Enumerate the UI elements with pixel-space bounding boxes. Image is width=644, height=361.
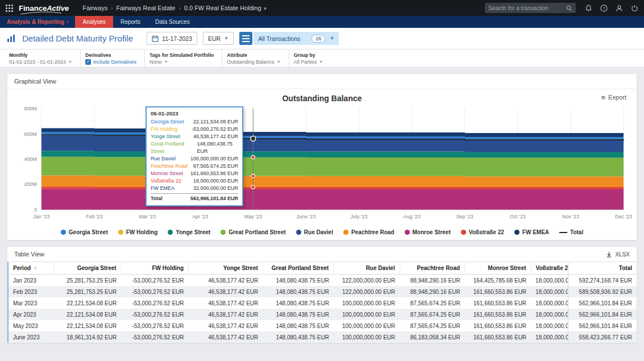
column-header-peachtree-road[interactable]: Peachtree Road xyxy=(400,262,464,275)
filter-value: Outstanding Balance xyxy=(227,59,275,65)
outstanding-balance-chart[interactable]: 0200M400M600M800MJan '23Feb '23Mar '23Ap… xyxy=(12,103,632,228)
filter-group-by[interactable]: Group by All Parties▼ xyxy=(289,49,331,67)
legend-item-yonge-street[interactable]: Yonge Street xyxy=(168,229,210,235)
power-icon[interactable] xyxy=(631,5,638,12)
svg-text:Dec '23: Dec '23 xyxy=(615,214,632,219)
table-row[interactable]: June 202318,961,314.92 EUR-53,000,276.52… xyxy=(9,331,637,343)
table-header-row: Period ↑Georgia StreetFW HoldingYonge St… xyxy=(9,262,637,275)
table-cell: 87,565,674.25 EUR xyxy=(400,297,464,309)
download-label: XLSX xyxy=(615,251,630,258)
tooltip-row: Total562,966,101.84 EUR xyxy=(151,193,238,202)
legend-line xyxy=(559,232,567,233)
filter-tags[interactable]: Tags for Simulated Portfolio None▼ xyxy=(145,49,222,67)
column-header-great-portland-street[interactable]: Great Portland Street xyxy=(263,262,334,275)
table-row[interactable]: Apr 202322,121,534.08 EUR-53,000,276.52 … xyxy=(9,309,637,320)
tab-data-sources[interactable]: Data Sources xyxy=(148,16,197,28)
transactions-filter-button[interactable]: All Transactions 26 ▼ xyxy=(254,32,339,45)
tooltip-row: Rue Daviel100,000,000.00 EUR xyxy=(151,155,238,163)
tooltip-row: FW Holding-53,000,276.52 EUR xyxy=(151,126,238,133)
area-great-portland-street xyxy=(41,157,624,177)
svg-text:July '23: July '23 xyxy=(350,214,367,219)
table-cell: 18,000,000.00 EUR xyxy=(531,320,568,331)
table-view-panel: Table View XLSX Period ↑Georgia StreetFW… xyxy=(7,246,637,343)
breadcrumb-item-fairways[interactable]: Fairways xyxy=(82,5,107,11)
tooltip-row: Peachtree Road87,565,674.25 EUR xyxy=(151,163,238,170)
legend-item-total[interactable]: Total xyxy=(559,229,583,235)
table-cell: 148,080,438.75 EUR xyxy=(263,297,334,309)
column-header-yonge-street[interactable]: Yonge Street xyxy=(189,262,263,275)
column-header-monroe-street[interactable]: Monroe Street xyxy=(465,262,531,275)
column-header-vossstrasse-22[interactable]: Voßstraße 22 xyxy=(531,262,568,275)
download-icon xyxy=(606,251,612,258)
column-header-period[interactable]: Period ↑ xyxy=(9,262,54,275)
legend-dot xyxy=(296,230,301,235)
graphical-view-panel: Graphical View Outstanding Balance ≡ Exp… xyxy=(7,73,637,240)
svg-text:Feb '23: Feb '23 xyxy=(86,214,103,219)
column-header-fw-holding[interactable]: FW Holding xyxy=(121,262,188,275)
legend-item-monroe-street[interactable]: Monroe Street xyxy=(405,229,451,235)
table-row[interactable]: May 202322,121,534.08 EUR-53,000,276.52 … xyxy=(9,320,637,331)
tab-analyses[interactable]: Analyses xyxy=(75,16,113,28)
legend-item-georgia-street[interactable]: Georgia Street xyxy=(61,229,108,235)
svg-text:Jan '23: Jan '23 xyxy=(34,214,50,219)
search-icon[interactable] xyxy=(566,5,572,11)
page-title: Detailed Debt Maturity Profile xyxy=(22,34,133,43)
tooltip-row: FW EMEA32,000,000.00 EUR xyxy=(151,185,238,192)
svg-text:800M: 800M xyxy=(24,106,36,111)
include-derivatives-checkbox[interactable]: ✓ xyxy=(85,59,91,65)
tooltip-row: Great Portland Street148,080,438.75 EUR xyxy=(151,140,238,155)
legend-label: Yonge Street xyxy=(176,229,210,235)
search-input[interactable] xyxy=(488,5,564,11)
notifications-bell-icon[interactable] xyxy=(585,5,592,12)
apps-grid-icon[interactable] xyxy=(6,5,13,12)
table-row[interactable]: Feb 202325,281,753.25 EUR-53,000,276.52 … xyxy=(9,286,637,297)
legend-item-peachtree-road[interactable]: Peachtree Road xyxy=(343,229,394,235)
export-button[interactable]: ≡ Export xyxy=(601,94,626,101)
table-cell: -53,000,276.52 EUR xyxy=(121,286,188,297)
legend-label: Monroe Street xyxy=(413,229,451,235)
chevron-right-icon: › xyxy=(111,5,113,11)
filter-attribute[interactable]: Attribute Outstanding Balance▼ xyxy=(222,49,289,67)
table-view-title: Table View xyxy=(14,251,44,258)
legend-item-fw-holding[interactable]: FW Holding xyxy=(118,229,158,235)
tooltip-row: Monroe Street161,660,553.86 EUR xyxy=(151,170,238,177)
legend-item-great-portland-street[interactable]: Great Portland Street xyxy=(221,229,286,235)
legend-item-fw-emea[interactable]: FW EMEA xyxy=(514,229,549,235)
legend-item-vossstrasse-22[interactable]: Voßstraße 22 xyxy=(461,229,504,235)
legend-dot xyxy=(118,230,123,235)
export-label: Export xyxy=(608,94,626,101)
svg-text:June '23: June '23 xyxy=(297,214,316,219)
currency-select[interactable]: EUR ▼ xyxy=(203,32,234,45)
table-cell: 100,000,000.00 EUR xyxy=(334,309,400,320)
column-header-georgia-street[interactable]: Georgia Street xyxy=(54,262,121,275)
finance-active-logo[interactable]: FinanceActive xyxy=(19,4,72,13)
tab-reports[interactable]: Reports xyxy=(113,16,148,28)
svg-text:Oct '23: Oct '23 xyxy=(510,214,526,219)
tab-label: Data Sources xyxy=(155,19,190,25)
nav-section-analysis-reporting[interactable]: Analysis & Reporting › xyxy=(0,16,75,28)
report-chart-icon xyxy=(7,34,16,43)
user-icon[interactable] xyxy=(616,5,623,12)
breadcrumb-item-holding[interactable]: 0.0 FW Real Estate Holding▼ xyxy=(184,5,268,11)
column-header-total[interactable]: Total xyxy=(568,262,637,275)
breadcrumb-item-fairways-real-estate[interactable]: Fairways Real Estate xyxy=(117,5,176,11)
table-row[interactable]: Jan 202325,281,753.25 EUR-53,000,276.52 … xyxy=(9,275,637,287)
table-row[interactable]: Mar 202322,121,534.08 EUR-53,000,276.52 … xyxy=(9,297,637,309)
table-cell: 148,080,438.75 EUR xyxy=(263,331,334,343)
transactions-list-icon[interactable] xyxy=(239,32,252,45)
table-cell: -53,000,276.52 EUR xyxy=(121,309,188,320)
download-xlsx-button[interactable]: XLSX xyxy=(606,251,630,258)
breadcrumb: Fairways › Fairways Real Estate › 0.0 FW… xyxy=(82,5,267,11)
help-icon[interactable]: ? xyxy=(600,5,608,12)
data-table-wrap: Period ↑Georgia StreetFW HoldingYonge St… xyxy=(7,262,637,343)
table-cell: Feb 2023 xyxy=(9,286,54,297)
filter-period[interactable]: Monthly 01-01-2023 - 01-01-2024▼ xyxy=(5,49,81,67)
filter-derivatives[interactable]: Derivatives ✓Include Derivatives xyxy=(81,49,145,67)
column-header-rue-daviel[interactable]: Rue Daviel xyxy=(334,262,400,275)
tab-label: Reports xyxy=(121,19,140,25)
legend-item-rue-daviel[interactable]: Rue Daviel xyxy=(296,229,333,235)
transaction-search[interactable] xyxy=(485,3,576,13)
date-picker-button[interactable]: 11-17-2023 xyxy=(147,32,197,45)
table-cell: 87,565,674.25 EUR xyxy=(400,320,464,331)
legend-dot xyxy=(168,230,173,235)
